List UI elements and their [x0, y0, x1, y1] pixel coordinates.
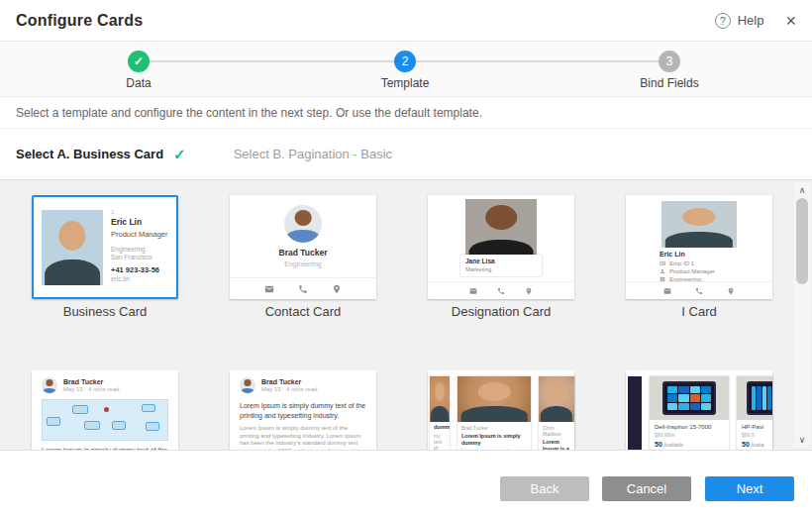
step-label-bind-fields: Bind Fields: [640, 76, 698, 90]
stock-label: Available: [663, 442, 683, 448]
person-photo: [42, 210, 103, 285]
diagram-node-dot: [104, 407, 109, 412]
product-item-center: Dell-Inspiron 15-7000 $99.99/m 50 Availa…: [650, 376, 729, 450]
designation-info: Jane Lisa Marketing: [460, 255, 542, 276]
employee-id: Emp ID:1: [669, 260, 694, 266]
scroll-down-icon[interactable]: ∨: [794, 434, 810, 446]
person-icon: [660, 268, 665, 274]
template-label: Contact Card: [230, 304, 376, 319]
product-photo: [737, 376, 772, 420]
location-icon: [332, 284, 342, 294]
product-photo-partial: [628, 376, 642, 450]
template-business-card[interactable]: 1 Eric Lin Product Manager Engineering S…: [32, 195, 178, 299]
tab-select-a-business-card[interactable]: Select A. Business Card ✓: [16, 146, 186, 163]
avatar: [240, 377, 255, 393]
tab-select-b-pagination-basic[interactable]: Select B. Pagination - Basic: [234, 147, 392, 161]
select-tabs: Select A. Business Card ✓ Select B. Pagi…: [0, 129, 812, 180]
stepper-connector: [416, 60, 659, 62]
product-item-partial-right: HP-Pavi $99.9 50 Availa: [737, 376, 772, 450]
template-label: I Card: [626, 304, 772, 319]
header-actions: ? Help ×: [715, 12, 796, 30]
person-department: Engineering: [111, 246, 174, 253]
article-meta: May 13 · 4 mins read: [261, 386, 317, 392]
product-price: $99.99/m: [655, 432, 724, 438]
person-name: Brad Tucker: [230, 248, 376, 258]
person-department: Marketing: [465, 266, 537, 272]
person-title: Product Manager: [669, 268, 715, 274]
laptop-screen: [662, 381, 716, 415]
template-people-carousel[interactable]: dummy my text of the Brad Tucker Lorem I…: [428, 370, 574, 450]
carousel-item-center: Brad Tucker Lorem Ipsum is simply dummy …: [457, 376, 531, 450]
person-department: Engineering: [230, 260, 376, 267]
stock-count: 50: [655, 441, 662, 448]
back-button[interactable]: Back: [500, 476, 589, 501]
template-designation-card[interactable]: Jane Lisa Marketing: [428, 195, 574, 299]
person-name: Jane Lisa: [465, 258, 537, 264]
gallery-scrollbar[interactable]: ∧ ∨: [794, 182, 810, 448]
next-button[interactable]: Next: [705, 476, 794, 501]
template-label: Business Card: [32, 304, 178, 319]
template-label: Designation Card: [428, 304, 574, 319]
person-photo: [430, 376, 450, 422]
email-icon: [469, 287, 477, 295]
carousel-item-partial-left: dummy my text of the: [430, 376, 450, 450]
person-city: San Francisco: [111, 254, 174, 260]
person-name: Chris Madison: [543, 425, 570, 437]
template-article-diagram[interactable]: Brad Tucker May 13 · 4 mins read Lorem I…: [32, 370, 178, 450]
template-product-carousel[interactable]: Dell-Inspiron 15-7000 $99.99/m 50 Availa…: [626, 370, 772, 450]
scroll-up-icon[interactable]: ∧: [794, 184, 810, 196]
stepper-connector: [150, 60, 394, 62]
card-heading: Lorem Ipsum is a: [543, 439, 570, 450]
avatar: [284, 205, 322, 243]
close-icon[interactable]: ×: [785, 12, 796, 30]
person-name: Brad Tucker: [461, 425, 527, 431]
stock-count: 50: [742, 441, 750, 448]
carousel-item-partial-right: Chris Madison Lorem Ipsum is a Lorem Ips…: [539, 376, 574, 450]
template-i-card[interactable]: Eric Lin Emp ID:1 Product Manager Engine…: [626, 195, 772, 299]
record-number: 1: [111, 209, 174, 215]
scrollbar-thumb[interactable]: [796, 198, 808, 284]
template-gallery: 1 Eric Lin Product Manager Engineering S…: [0, 180, 812, 450]
tab-a-label: Select A. Business Card: [16, 147, 163, 161]
email-icon: [264, 284, 274, 294]
card-heading: Lorem Ipsum is simply dummy: [461, 433, 527, 446]
person-photo: [661, 201, 737, 248]
step-template-circle[interactable]: 2: [394, 51, 416, 72]
i-card-details: Emp ID:1 Product Manager Engineering: [660, 260, 715, 283]
phone-icon: [695, 287, 703, 295]
cancel-button[interactable]: Cancel: [602, 476, 691, 501]
template-contact-card[interactable]: Brad Tucker Engineering: [230, 195, 376, 299]
step-number: 2: [402, 54, 409, 68]
laptop-screen: [747, 381, 772, 415]
email-icon: [663, 287, 671, 295]
product-photo: [650, 376, 729, 420]
article-header: Brad Tucker May 13 · 4 mins read: [42, 377, 119, 393]
instruction-text: Select a template and configure the cont…: [0, 97, 812, 129]
step-label-template: Template: [381, 76, 430, 90]
business-card-text: 1 Eric Lin Product Manager Engineering S…: [111, 209, 174, 282]
contact-actions: [626, 281, 772, 299]
template-article-text[interactable]: Brad Tucker May 13 · 4 mins read Lorem I…: [230, 370, 376, 450]
wizard-stepper: ✓ 2 3 Data Template Bind Fields: [0, 42, 812, 97]
step-bind-fields-circle[interactable]: 3: [659, 51, 680, 72]
check-icon: ✓: [134, 54, 144, 68]
help-icon[interactable]: ?: [715, 13, 731, 29]
product-price: $99.9: [742, 432, 767, 438]
configure-cards-dialog: Configure Cards ? Help × ✓ 2 3 Data Temp…: [0, 0, 812, 519]
person-name: Eric Lin: [111, 217, 174, 227]
contact-actions: [428, 281, 574, 299]
author-name: Brad Tucker: [261, 378, 317, 385]
dialog-header: Configure Cards ? Help ×: [0, 0, 812, 42]
step-data-circle[interactable]: ✓: [128, 51, 150, 72]
page-title: Configure Cards: [16, 12, 143, 30]
person-photo: [465, 199, 537, 260]
product-name: Dell-Inspiron 15-7000: [655, 424, 724, 430]
location-icon: [525, 287, 533, 295]
help-link[interactable]: Help: [738, 13, 764, 28]
step-number: 3: [666, 54, 673, 68]
card-text: my text of the: [434, 433, 446, 451]
article-header: Brad Tucker May 13 · 4 mins read: [240, 377, 317, 393]
badge-icon: [660, 260, 665, 266]
avatar: [42, 377, 57, 393]
product-name: HP-Pavi: [742, 424, 767, 430]
